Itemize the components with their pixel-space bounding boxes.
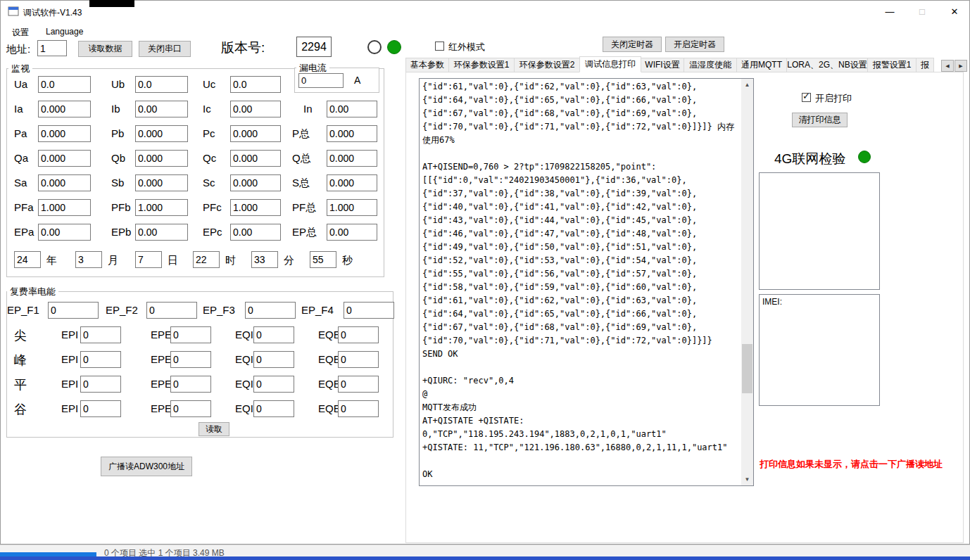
in-input[interactable]	[327, 101, 377, 117]
tab-debug-print[interactable]: 调试信息打印	[579, 56, 641, 72]
tab-wifi-settings[interactable]: WIFI设置	[641, 58, 684, 72]
imei-box[interactable]: IMEI:	[759, 294, 880, 406]
peak-eqi-input[interactable]	[253, 351, 294, 368]
maximize-button[interactable]: □	[906, 1, 938, 22]
day-input[interactable]	[135, 251, 162, 268]
tab-basic-params[interactable]: 基本参数	[405, 58, 449, 72]
second-input[interactable]	[310, 251, 336, 268]
epf4-input[interactable]	[344, 302, 394, 319]
q-total-input[interactable]	[327, 150, 377, 167]
broadcast-read-adw300-button[interactable]: 广播读ADW300地址	[101, 457, 192, 476]
minimize-button[interactable]: —	[874, 1, 906, 22]
qc-input[interactable]	[230, 150, 281, 167]
pb-input[interactable]	[135, 125, 188, 142]
valley-eqi-input[interactable]	[253, 400, 294, 417]
debug-scrollbar[interactable]: ▲ ▼	[741, 79, 753, 485]
ep-total-input[interactable]	[327, 224, 377, 241]
close-button[interactable]: ✕	[938, 1, 970, 22]
qb-input[interactable]	[135, 150, 188, 167]
qa-input[interactable]	[38, 150, 91, 167]
hour-input[interactable]	[193, 251, 220, 268]
menu-language[interactable]: Language	[42, 24, 87, 39]
debug-output-box[interactable]: {"id":61,"val":0},{"id":62,"val":0},{"id…	[419, 78, 754, 486]
sharp-epi-input[interactable]	[80, 326, 121, 343]
year-input[interactable]	[14, 251, 41, 268]
tab-alarm-settings-1[interactable]: 报警设置1	[867, 58, 917, 72]
ub-input[interactable]	[135, 76, 188, 93]
peak-epi-input[interactable]	[80, 351, 121, 368]
minimize-icon: —	[886, 6, 895, 17]
infrared-mode-label: 红外模式	[448, 41, 485, 53]
valley-epe-input[interactable]	[170, 400, 211, 417]
s-total-input[interactable]	[327, 174, 377, 191]
peak-epe-input[interactable]	[170, 351, 211, 368]
ia-input[interactable]	[38, 101, 91, 117]
window-title: 调试软件-V1.43	[23, 7, 82, 19]
epf3-input[interactable]	[245, 302, 296, 319]
sharp-epe-input[interactable]	[170, 326, 211, 343]
scroll-down-button[interactable]: ▼	[741, 473, 753, 485]
menu-settings[interactable]: 设置	[8, 24, 33, 42]
flat-epe-input[interactable]	[170, 376, 211, 393]
tab-scroll-right-button[interactable]: ▶	[955, 60, 967, 72]
pfa-input[interactable]	[38, 199, 91, 216]
explorer-status-bar: 0 个项目 选中 1 个项目 3.49 MB	[0, 545, 970, 556]
sharp-eqe-input[interactable]	[338, 326, 379, 343]
network-check-output-box[interactable]	[759, 172, 880, 290]
valley-epi-input[interactable]	[80, 400, 121, 417]
pf-total-input[interactable]	[327, 199, 377, 216]
sc-input[interactable]	[230, 174, 281, 191]
pa-input[interactable]	[38, 125, 91, 142]
ib-input[interactable]	[135, 101, 188, 117]
ic-input[interactable]	[230, 101, 281, 117]
tab-temp-humidity[interactable]: 温湿度使能	[684, 58, 737, 72]
sb-input[interactable]	[135, 174, 188, 191]
tab-mqtt[interactable]: 通用MQTT	[736, 58, 787, 72]
address-input[interactable]	[37, 40, 67, 56]
sb-label: Sb	[111, 177, 124, 189]
epc-input[interactable]	[230, 224, 281, 241]
read-data-button[interactable]: 读取数据	[78, 41, 132, 57]
valley-eqe-input[interactable]	[338, 400, 379, 417]
clear-print-button[interactable]: 清打印信息	[792, 113, 848, 127]
uc-input[interactable]	[230, 76, 281, 93]
scrollbar-thumb[interactable]	[742, 344, 752, 393]
monitor-row: Sa Sb Sc S总	[7, 174, 384, 191]
tab-lora-2g-nb[interactable]: LORA、2G、NB设置	[786, 58, 868, 72]
sharp-eqi-input[interactable]	[253, 326, 294, 343]
scroll-up-button[interactable]: ▲	[741, 79, 753, 91]
epf1-label: EP_F1	[7, 304, 39, 316]
monitor-row: Ia Ib Ic In	[7, 101, 384, 117]
leakage-current-input[interactable]	[298, 73, 344, 88]
tab-clipped[interactable]: 报	[916, 58, 934, 72]
minute-input[interactable]	[251, 251, 278, 268]
pfb-input[interactable]	[135, 199, 188, 216]
open-timer-button[interactable]: 开启定时器	[665, 37, 724, 52]
epb-input[interactable]	[135, 224, 188, 241]
epe-label: EPE	[151, 329, 172, 341]
infrared-mode-checkbox[interactable]	[435, 42, 444, 51]
sa-input[interactable]	[38, 174, 91, 191]
print-enable-checkbox[interactable]	[802, 93, 811, 102]
flat-eqi-input[interactable]	[253, 376, 294, 393]
tab-env-params-2[interactable]: 环保参数设置2	[514, 58, 580, 72]
ua-input[interactable]	[38, 76, 91, 93]
month-input[interactable]	[75, 251, 102, 268]
month-unit-label: 月	[108, 254, 118, 267]
epf2-input[interactable]	[146, 302, 197, 319]
tab-env-params-1[interactable]: 环保参数设置1	[448, 58, 515, 72]
tab-scroll-left-button[interactable]: ◀	[941, 60, 954, 72]
pc-input[interactable]	[230, 125, 281, 142]
epf1-input[interactable]	[48, 302, 99, 319]
uc-label: Uc	[203, 78, 215, 90]
close-serial-button[interactable]: 关闭串口	[139, 41, 191, 57]
tariff-read-button[interactable]: 读取	[199, 422, 229, 436]
close-timer-button[interactable]: 关闭定时器	[603, 37, 662, 52]
pfc-input[interactable]	[230, 199, 281, 216]
flat-epi-input[interactable]	[80, 376, 121, 393]
peak-eqe-input[interactable]	[338, 351, 379, 368]
p-total-input[interactable]	[327, 125, 377, 142]
ub-label: Ub	[111, 78, 125, 90]
epa-input[interactable]	[38, 224, 91, 241]
flat-eqe-input[interactable]	[338, 376, 379, 393]
